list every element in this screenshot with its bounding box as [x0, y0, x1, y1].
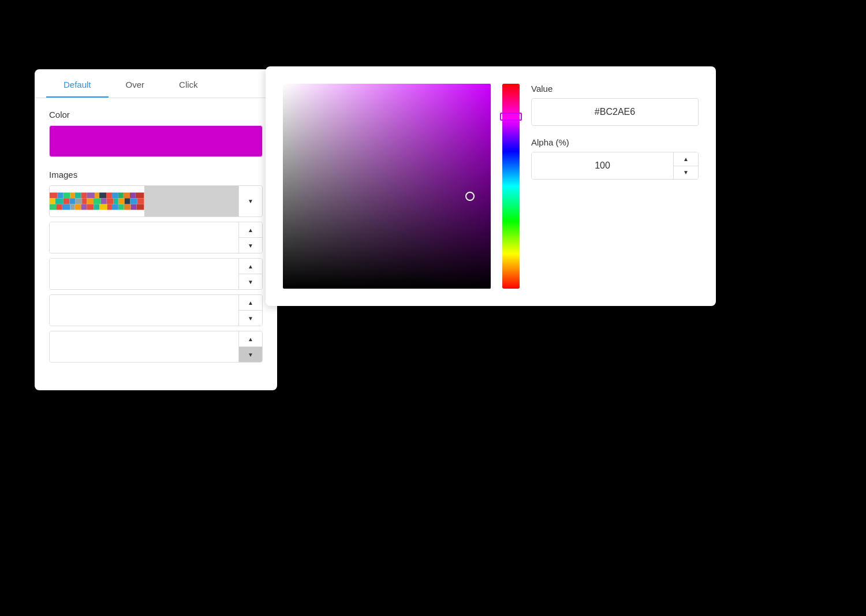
svg-rect-10: [112, 193, 118, 199]
alpha-spin-up[interactable]: [674, 152, 698, 166]
color-controls: Value Alpha (%): [531, 84, 699, 180]
spin-up-5[interactable]: [239, 331, 262, 347]
svg-rect-14: [136, 193, 144, 199]
svg-rect-39: [107, 204, 112, 210]
svg-rect-40: [112, 204, 118, 210]
svg-rect-26: [118, 198, 125, 204]
image-preview-1: [50, 186, 144, 216]
hue-slider: [502, 84, 520, 289]
color-label: Color: [49, 110, 263, 120]
spin-down-4[interactable]: [239, 311, 262, 326]
spin-up-3[interactable]: [239, 259, 262, 274]
svg-rect-4: [75, 193, 81, 199]
svg-rect-7: [95, 193, 99, 199]
spin-buttons-2: [238, 222, 262, 253]
images-section: Images: [49, 170, 263, 363]
svg-rect-44: [136, 204, 144, 210]
svg-rect-1: [58, 193, 64, 199]
svg-rect-20: [82, 198, 87, 204]
image-row-4: [49, 294, 263, 326]
tab-default[interactable]: Default: [46, 69, 109, 98]
svg-rect-6: [87, 193, 95, 199]
image-preview-5: [50, 331, 238, 362]
svg-rect-3: [70, 193, 74, 199]
svg-rect-24: [107, 198, 114, 204]
svg-rect-30: [50, 204, 57, 210]
tabs: Default Over Click: [35, 69, 277, 98]
spin-down-2[interactable]: [239, 238, 262, 253]
spin-buttons-5: [238, 331, 262, 362]
svg-rect-5: [81, 193, 87, 199]
image-row-1: [49, 185, 263, 217]
svg-rect-33: [70, 204, 74, 210]
image-row-3: [49, 258, 263, 290]
spin-down-1[interactable]: [239, 186, 262, 216]
hue-slider-container[interactable]: [502, 84, 520, 289]
alpha-section: Alpha (%): [531, 137, 699, 180]
spin-down-5[interactable]: [239, 347, 262, 362]
spin-down-3[interactable]: [239, 274, 262, 289]
svg-rect-17: [63, 198, 69, 204]
svg-rect-31: [57, 204, 62, 210]
svg-rect-32: [62, 204, 70, 210]
value-section: Value: [531, 84, 699, 126]
svg-rect-41: [118, 204, 124, 210]
svg-rect-27: [125, 198, 130, 204]
spin-buttons-4: [238, 295, 262, 326]
spin-buttons-1: [238, 186, 262, 216]
svg-rect-16: [55, 198, 64, 204]
alpha-row: [531, 152, 699, 180]
svg-rect-34: [75, 204, 81, 210]
value-input[interactable]: [531, 98, 699, 126]
image-row-2: [49, 222, 263, 253]
svg-rect-18: [69, 198, 75, 204]
value-label: Value: [531, 84, 699, 94]
image-gray-1: [144, 186, 239, 216]
svg-rect-9: [106, 193, 112, 199]
image-row-5: [49, 331, 263, 363]
color-swatch[interactable]: [49, 125, 263, 157]
svg-rect-11: [118, 193, 123, 199]
spin-up-2[interactable]: [239, 222, 262, 238]
svg-rect-0: [50, 193, 58, 199]
spin-buttons-3: [238, 259, 262, 289]
svg-rect-23: [101, 198, 107, 204]
svg-rect-25: [114, 198, 118, 204]
svg-rect-38: [99, 204, 107, 210]
image-preview-4: [50, 295, 238, 326]
svg-rect-43: [131, 204, 137, 210]
image-preview-2: [50, 222, 238, 253]
alpha-spin-down[interactable]: [674, 166, 698, 180]
svg-rect-22: [93, 198, 101, 204]
alpha-label: Alpha (%): [531, 137, 699, 147]
svg-rect-13: [130, 193, 136, 199]
color-picker-panel: Value Alpha (%): [266, 66, 716, 306]
tab-over[interactable]: Over: [109, 69, 162, 98]
svg-rect-8: [99, 193, 106, 199]
svg-rect-28: [130, 198, 137, 204]
left-panel: Default Over Click Color Images: [35, 69, 277, 390]
tab-click[interactable]: Click: [162, 69, 215, 98]
svg-rect-37: [94, 204, 99, 210]
images-label: Images: [49, 170, 263, 180]
svg-rect-29: [137, 198, 144, 204]
color-gradient[interactable]: [283, 84, 491, 289]
svg-rect-35: [81, 204, 87, 210]
svg-rect-15: [50, 198, 55, 204]
alpha-input[interactable]: [532, 152, 673, 179]
gradient-dark-overlay: [283, 84, 491, 289]
svg-rect-12: [123, 193, 130, 199]
svg-rect-42: [124, 204, 131, 210]
svg-rect-36: [87, 204, 94, 210]
spin-up-4[interactable]: [239, 295, 262, 311]
svg-rect-19: [75, 198, 82, 204]
panel-body: Color Images: [35, 98, 277, 379]
svg-rect-21: [87, 198, 93, 204]
svg-rect-2: [63, 193, 70, 199]
alpha-spin-buttons: [673, 152, 698, 179]
image-preview-3: [50, 259, 238, 289]
